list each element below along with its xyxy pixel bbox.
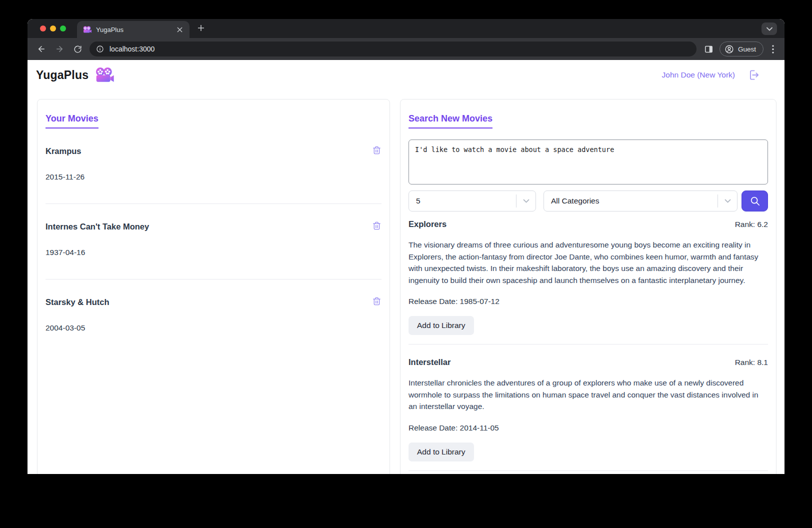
add-to-library-button[interactable]: Add to Library	[408, 316, 474, 335]
forward-icon[interactable]	[52, 42, 67, 56]
movie-row-head: Starsky & Hutch	[46, 298, 382, 307]
browser-tab[interactable]: YugaPlus	[77, 21, 190, 38]
result-title: Interstellar	[408, 358, 450, 367]
brand: YugaPlus	[36, 68, 114, 83]
search-controls: 5 All Categories	[408, 190, 768, 212]
trash-icon[interactable]	[372, 146, 382, 155]
result-limit-select[interactable]: 5	[408, 190, 536, 212]
new-tab-button[interactable]	[194, 20, 208, 36]
result-limit-value: 5	[409, 196, 516, 206]
your-movies-card: Your Movies Krampus	[37, 99, 390, 474]
movie-title: Starsky & Hutch	[46, 298, 109, 307]
tab-search-chevron-icon[interactable]	[762, 22, 777, 35]
category-select[interactable]: All Categories	[544, 190, 738, 212]
guest-profile-button[interactable]: Guest	[720, 42, 764, 56]
search-result: Explorers Rank: 6.2 The visionary dreams…	[408, 212, 768, 344]
library-movie-row: Krampus 2015-11-26	[46, 128, 382, 204]
movie-camera-logo-icon	[95, 68, 114, 83]
tab-title: YugaPlus	[96, 26, 170, 34]
search-card: Search New Movies I'd like to watch a mo…	[400, 99, 776, 474]
result-description: Interstellar chronicles the adventures o…	[408, 377, 768, 412]
library-movie-row: Starsky & Hutch 2004-03-05	[46, 279, 382, 354]
movie-title: Internes Can't Take Money	[46, 222, 149, 232]
magnifier-icon	[750, 196, 760, 206]
movie-release-date: 2015-11-26	[46, 172, 382, 182]
result-head: Interstellar Rank: 8.1	[408, 358, 768, 367]
reload-icon[interactable]	[70, 42, 85, 56]
chevron-down-icon	[516, 199, 536, 203]
result-description: The visionary dreams of three curious an…	[408, 239, 768, 286]
add-to-library-button[interactable]: Add to Library	[408, 442, 474, 462]
search-results-list: Explorers Rank: 6.2 The visionary dreams…	[408, 212, 768, 474]
tab-close-icon[interactable]	[174, 24, 184, 34]
back-icon[interactable]	[34, 42, 49, 56]
library-movie-row: Internes Can't Take Money 1937-04-16	[46, 204, 382, 279]
result-head: Explorers Rank: 6.2	[408, 220, 768, 229]
site-header: YugaPlus John Doe (New York)	[28, 60, 784, 90]
result-rank: Rank: 6.2	[735, 220, 768, 229]
close-window-button[interactable]	[40, 26, 46, 32]
search-result: Interstellar Rank: 8.1 Interstellar chro…	[408, 344, 768, 470]
search-button[interactable]	[742, 190, 768, 212]
fullscreen-window-button[interactable]	[60, 26, 66, 32]
url-bar[interactable]: localhost:3000	[90, 42, 696, 56]
search-result: Conquest of Space Rank: 5	[408, 470, 768, 474]
movie-release-date: 1937-04-16	[46, 248, 382, 257]
search-title: Search New Movies	[408, 114, 492, 128]
brand-name: YugaPlus	[36, 68, 88, 82]
movie-row-head: Internes Can't Take Money	[46, 222, 382, 232]
browser-menu-icon[interactable]	[766, 42, 780, 56]
category-value: All Categories	[544, 196, 718, 206]
movie-release-date: 2004-03-05	[46, 324, 382, 332]
trash-icon[interactable]	[372, 221, 382, 230]
your-movies-list: Krampus 2015-11-26	[46, 128, 382, 354]
movie-row-head: Krampus	[46, 146, 382, 156]
url-text: localhost:3000	[110, 45, 154, 53]
side-panel-icon[interactable]	[702, 42, 716, 56]
minimize-window-button[interactable]	[50, 26, 56, 32]
chevron-down-icon	[718, 199, 737, 203]
trash-icon[interactable]	[372, 296, 382, 306]
tab-favicon-movie-camera-icon	[83, 26, 92, 34]
guest-label: Guest	[738, 46, 756, 53]
your-movies-title: Your Movies	[46, 114, 98, 128]
search-query-input[interactable]: I'd like to watch a movie about a space …	[408, 140, 768, 184]
main-content: Your Movies Krampus	[28, 90, 784, 474]
site-info-icon[interactable]	[96, 45, 104, 53]
user-account-link[interactable]: John Doe (New York)	[662, 70, 735, 80]
browser-window: YugaPlus localhost:3000	[28, 19, 784, 474]
tab-strip: YugaPlus	[28, 19, 784, 38]
page: YugaPlus John Doe (New York)	[28, 60, 784, 474]
traffic-lights	[40, 26, 66, 32]
movie-title: Krampus	[46, 146, 82, 156]
result-title: Explorers	[408, 220, 446, 229]
result-release-date: Release Date: 1985-07-12	[408, 297, 768, 306]
browser-toolbar: localhost:3000 Guest	[28, 38, 784, 60]
person-circle-icon	[724, 44, 734, 54]
result-release-date: Release Date: 2014-11-05	[408, 424, 768, 432]
logout-icon[interactable]	[748, 68, 760, 82]
result-rank: Rank: 8.1	[735, 358, 768, 367]
header-right: John Doe (New York)	[662, 68, 760, 82]
